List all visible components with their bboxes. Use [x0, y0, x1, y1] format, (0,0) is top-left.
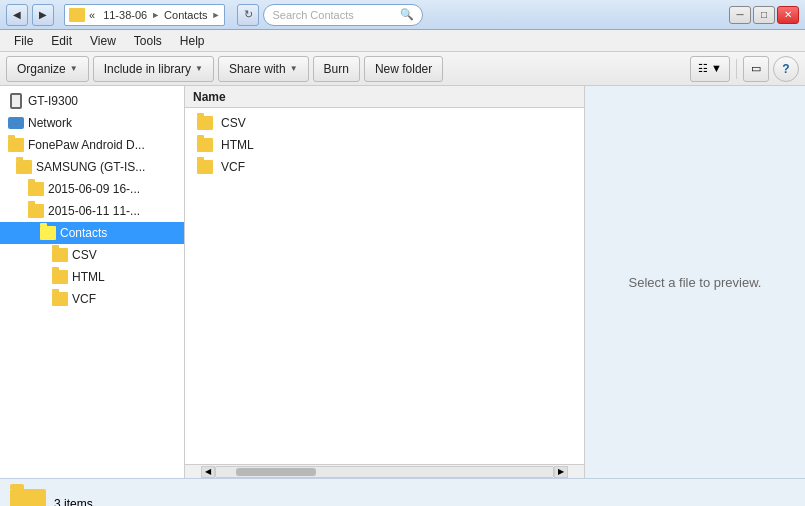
search-bar[interactable]: Search Contacts 🔍	[263, 4, 423, 26]
address-sep2: ►	[151, 10, 160, 20]
title-bar-left: ◀ ▶ « 11-38-06 ► Contacts ► ↻ Search Con…	[6, 4, 423, 26]
file-list-area: Name CSV HTML VCF ◀ ▶	[185, 86, 585, 478]
sidebar-label-gt-i9300: GT-I9300	[28, 94, 78, 108]
include-library-button[interactable]: Include in library ▼	[93, 56, 214, 82]
big-folder-icon	[10, 489, 46, 507]
organize-button[interactable]: Organize ▼	[6, 56, 89, 82]
folder-icon-fonepaw	[8, 138, 24, 152]
refresh-button[interactable]: ↻	[237, 4, 259, 26]
include-label: Include in library	[104, 62, 191, 76]
sidebar-label-date2: 2015-06-11 11-...	[48, 204, 140, 218]
help-button[interactable]: ?	[773, 56, 799, 82]
toolbar-separator	[736, 59, 737, 79]
folder-icon-csv	[52, 248, 68, 262]
sidebar-label-vcf: VCF	[72, 292, 96, 306]
sidebar-item-2015-06-09[interactable]: 2015-06-09 16-...	[0, 178, 184, 200]
share-with-button[interactable]: Share with ▼	[218, 56, 309, 82]
file-item-vcf[interactable]: VCF	[185, 156, 584, 178]
toolbar: Organize ▼ Include in library ▼ Share wi…	[0, 52, 805, 86]
sidebar-item-2015-06-11[interactable]: 2015-06-11 11-...	[0, 200, 184, 222]
sidebar-item-network[interactable]: Network	[0, 112, 184, 134]
folder-icon-contacts	[40, 226, 56, 240]
sidebar-label-contacts: Contacts	[60, 226, 107, 240]
preview-area: Select a file to preview.	[585, 86, 805, 478]
folder-icon-html	[52, 270, 68, 284]
sidebar-item-samsung[interactable]: SAMSUNG (GT-IS...	[0, 156, 184, 178]
search-placeholder: Search Contacts	[272, 9, 396, 21]
sidebar-item-fonepaw[interactable]: FonePaw Android D...	[0, 134, 184, 156]
file-folder-icon-vcf	[197, 160, 213, 174]
address-folder-icon	[69, 8, 85, 22]
file-name-html: HTML	[221, 138, 254, 152]
sidebar-item-contacts[interactable]: Contacts	[0, 222, 184, 244]
file-list-header: Name	[185, 86, 584, 108]
folder-icon-date2	[28, 204, 44, 218]
main-area: GT-I9300 Network FonePaw Android D... SA…	[0, 86, 805, 478]
forward-button[interactable]: ▶	[32, 4, 54, 26]
scroll-right-arrow[interactable]: ▶	[554, 466, 568, 478]
sidebar-label-csv: CSV	[72, 248, 97, 262]
file-item-html[interactable]: HTML	[185, 134, 584, 156]
new-folder-button[interactable]: New folder	[364, 56, 443, 82]
menu-help[interactable]: Help	[172, 32, 213, 50]
sidebar-panel: GT-I9300 Network FonePaw Android D... SA…	[0, 86, 185, 478]
scroll-left-arrow[interactable]: ◀	[201, 466, 215, 478]
window-controls: ─ □ ✕	[729, 6, 799, 24]
network-icon	[8, 115, 24, 131]
organize-label: Organize	[17, 62, 66, 76]
sidebar-item-gt-i9300[interactable]: GT-I9300	[0, 90, 184, 112]
horizontal-scrollbar[interactable]: ◀ ▶	[185, 464, 584, 478]
sidebar-label-network: Network	[28, 116, 72, 130]
folder-icon-samsung	[16, 160, 32, 174]
menu-tools[interactable]: Tools	[126, 32, 170, 50]
burn-label: Burn	[324, 62, 349, 76]
device-icon	[8, 93, 24, 109]
preview-pane-button[interactable]: ▭	[743, 56, 769, 82]
sidebar-label-html: HTML	[72, 270, 105, 284]
address-text: «	[89, 9, 95, 21]
sidebar-item-csv[interactable]: CSV	[0, 244, 184, 266]
view-options-button[interactable]: ☷ ▼	[690, 56, 730, 82]
sidebar-label-date1: 2015-06-09 16-...	[48, 182, 140, 196]
big-folder-area: 3 items	[0, 481, 103, 507]
preview-text: Select a file to preview.	[629, 275, 762, 290]
sidebar-item-vcf[interactable]: VCF	[0, 288, 184, 310]
back-button[interactable]: ◀	[6, 4, 28, 26]
title-bar: ◀ ▶ « 11-38-06 ► Contacts ► ↻ Search Con…	[0, 0, 805, 30]
share-label: Share with	[229, 62, 286, 76]
file-list-content: CSV HTML VCF	[185, 108, 584, 464]
sidebar-item-html[interactable]: HTML	[0, 266, 184, 288]
file-folder-icon-csv	[197, 116, 213, 130]
menu-bar: File Edit View Tools Help	[0, 30, 805, 52]
address-bar[interactable]: « 11-38-06 ► Contacts ►	[64, 4, 225, 26]
bottom-item-count: 3 items	[54, 497, 93, 507]
scroll-track[interactable]	[215, 466, 554, 478]
bottom-panel: 3 items	[0, 478, 805, 506]
share-arrow: ▼	[290, 64, 298, 73]
toolbar-right: ☷ ▼ ▭ ?	[690, 56, 799, 82]
scroll-h-thumb[interactable]	[236, 468, 316, 476]
folder-icon-vcf	[52, 292, 68, 306]
maximize-button[interactable]: □	[753, 6, 775, 24]
address-contacts: Contacts	[164, 9, 207, 21]
include-arrow: ▼	[195, 64, 203, 73]
close-button[interactable]: ✕	[777, 6, 799, 24]
menu-file[interactable]: File	[6, 32, 41, 50]
file-item-csv[interactable]: CSV	[185, 112, 584, 134]
column-name: Name	[193, 90, 226, 104]
sidebar-content: GT-I9300 Network FonePaw Android D... SA…	[0, 86, 184, 478]
search-icon: 🔍	[400, 8, 414, 21]
menu-view[interactable]: View	[82, 32, 124, 50]
file-folder-icon-html	[197, 138, 213, 152]
phone-shape	[10, 93, 22, 109]
address-path: 11-38-06	[103, 9, 147, 21]
sidebar-label-samsung: SAMSUNG (GT-IS...	[36, 160, 145, 174]
minimize-button[interactable]: ─	[729, 6, 751, 24]
burn-button[interactable]: Burn	[313, 56, 360, 82]
folder-icon-date1	[28, 182, 44, 196]
sidebar-tree: GT-I9300 Network FonePaw Android D... SA…	[0, 86, 185, 478]
menu-edit[interactable]: Edit	[43, 32, 80, 50]
file-name-vcf: VCF	[221, 160, 245, 174]
sidebar-label-fonepaw: FonePaw Android D...	[28, 138, 145, 152]
file-name-csv: CSV	[221, 116, 246, 130]
